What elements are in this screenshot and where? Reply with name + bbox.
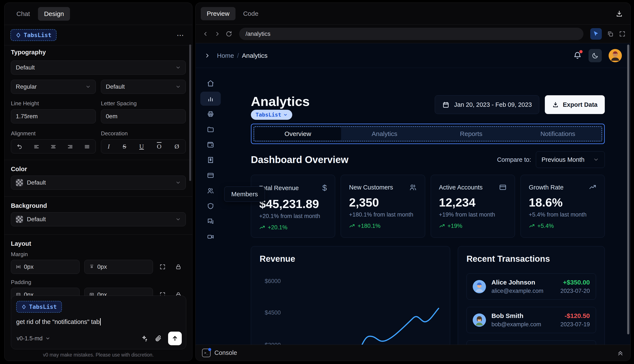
badge-label: TabsList — [255, 112, 281, 118]
tab-notifications[interactable]: Notifications — [515, 127, 601, 140]
inspect-cursor-button[interactable] — [590, 28, 602, 40]
receipt-icon — [207, 156, 214, 164]
rail-item-home[interactable] — [200, 76, 221, 90]
user-avatar[interactable] — [609, 49, 622, 62]
revenue-line-chart — [251, 246, 450, 344]
font-family-select[interactable]: Default — [11, 60, 186, 74]
line-height-label: Line Height — [11, 100, 96, 107]
transaction-amount: +$350.00 — [560, 279, 590, 286]
forward-icon[interactable] — [214, 31, 220, 37]
left-panel-scrollbar[interactable] — [189, 44, 191, 181]
copy-icon[interactable] — [607, 30, 614, 37]
letter-spacing-input[interactable]: 0em — [101, 109, 186, 124]
notifications-button[interactable] — [573, 51, 582, 60]
rail-item-cards[interactable] — [200, 168, 221, 182]
compare-value: Previous Month — [542, 156, 585, 163]
rail-item-messages[interactable] — [200, 214, 221, 228]
back-icon[interactable] — [202, 31, 209, 37]
model-selector[interactable]: v0-1.5-md — [17, 335, 50, 342]
stat-label: Active Accounts — [439, 184, 483, 191]
url-input[interactable]: /analytics — [239, 28, 583, 40]
fullscreen-icon[interactable] — [619, 30, 626, 37]
preview-scrollbar[interactable] — [627, 44, 629, 334]
refresh-icon[interactable] — [225, 30, 232, 37]
overline-icon[interactable]: O — [157, 143, 161, 150]
preview-panel: Preview Code /analytics Home / Analytics — [195, 2, 630, 361]
transaction-row[interactable]: Bob Smith bob@example.com -$120.50 2023-… — [467, 307, 596, 333]
cursor-icon — [593, 31, 599, 37]
more-options-button[interactable]: ⋯ — [177, 31, 185, 40]
tab-overview[interactable]: Overview — [254, 127, 341, 140]
disclaimer-text: v0 may make mistakes. Please use with di… — [5, 352, 192, 358]
transaction-row[interactable]: Alice Johnson alice@example.com +$350.00… — [467, 274, 596, 300]
rail-item-receipts[interactable] — [200, 153, 221, 167]
expand-icon[interactable] — [159, 264, 166, 270]
rail-item-files[interactable] — [200, 122, 221, 136]
send-button[interactable] — [168, 332, 182, 345]
font-family-value: Default — [16, 64, 35, 71]
rail-item-wallet[interactable] — [200, 138, 221, 152]
tab-design[interactable]: Design — [38, 7, 70, 21]
margin-x-input[interactable]: 0px — [11, 260, 80, 274]
align-center-icon[interactable] — [50, 144, 56, 150]
underline-icon[interactable]: U — [139, 143, 144, 150]
paperclip-icon[interactable] — [154, 335, 162, 342]
undo-icon[interactable] — [17, 144, 23, 150]
strikethrough-icon[interactable]: S — [123, 143, 126, 150]
tab-reports[interactable]: Reports — [428, 127, 515, 140]
margin-y-input[interactable]: 0px — [84, 260, 153, 274]
compare-select[interactable]: Previous Month — [536, 151, 605, 168]
stat-trend-value: +180.1% — [358, 223, 380, 229]
rail-item-video[interactable] — [200, 230, 221, 244]
no-decoration-icon[interactable]: Ø — [174, 143, 179, 150]
rail-item-analytics[interactable] — [200, 92, 221, 106]
tab-analytics[interactable]: Analytics — [341, 127, 428, 140]
trending-up-icon — [589, 184, 596, 191]
align-left-icon[interactable] — [34, 144, 40, 150]
avatar-image — [473, 314, 486, 327]
composer-component-chip[interactable]: TabsList — [16, 301, 62, 313]
align-justify-icon[interactable] — [84, 144, 90, 150]
selected-component-badge[interactable]: TabsList — [251, 110, 292, 120]
export-data-button[interactable]: Export Data — [545, 95, 605, 114]
margin-vertical-icon — [89, 264, 94, 270]
tab-code[interactable]: Code — [237, 7, 264, 20]
transaction-name: Bob Smith — [491, 312, 541, 320]
align-right-icon[interactable] — [67, 144, 73, 150]
composer-chip-label: TabsList — [29, 304, 57, 310]
trend-up-icon — [259, 224, 265, 230]
background-select[interactable]: Default — [11, 212, 186, 226]
date-range-picker[interactable]: Jan 20, 2023 - Feb 09, 2023 — [435, 95, 539, 114]
moon-icon — [592, 52, 598, 59]
rail-item-members[interactable] — [200, 184, 221, 198]
download-icon[interactable] — [615, 10, 623, 18]
design-controls: Typography Default Regular Default Line … — [5, 46, 192, 302]
font-size-select[interactable]: Default — [101, 80, 186, 94]
color-select[interactable]: Default — [11, 176, 186, 190]
tab-preview[interactable]: Preview — [201, 7, 235, 20]
lock-icon[interactable] — [175, 264, 182, 270]
avatar-image — [473, 280, 486, 293]
selected-component-chip[interactable]: TabsList — [11, 29, 57, 41]
font-weight-select[interactable]: Regular — [11, 80, 96, 94]
sparkles-icon[interactable] — [141, 335, 148, 342]
stat-value: 2,350 — [349, 196, 417, 209]
sidebar-toggle-icon[interactable] — [204, 52, 211, 59]
tab-chat[interactable]: Chat — [11, 7, 36, 21]
transaction-name: Alice Johnson — [491, 279, 543, 286]
italic-icon[interactable]: I — [108, 143, 110, 150]
console-bar[interactable]: >_ Console — [196, 344, 630, 361]
breadcrumb-home[interactable]: Home — [217, 52, 234, 59]
prompt-composer[interactable]: TabsList get rid of the "notifications" … — [11, 296, 186, 349]
chevrons-up-icon[interactable] — [617, 349, 624, 356]
rail-item-invoices[interactable] — [200, 107, 221, 121]
font-weight-value: Regular — [16, 83, 37, 90]
letter-spacing-label: Letter Spacing — [101, 100, 186, 107]
stat-card-growth-rate: Growth Rate 18.6% +5.4% from last month … — [520, 175, 605, 238]
theme-toggle-button[interactable] — [588, 49, 602, 62]
rail-item-security[interactable] — [200, 199, 221, 213]
stat-card-new-customers: New Customers 2,350 +180.1% from last mo… — [341, 175, 425, 238]
stat-card-active-accounts: Active Accounts 12,234 +19% from last mo… — [431, 175, 515, 238]
composer-input[interactable]: get rid of the "notifications" tab — [16, 318, 100, 326]
line-height-input[interactable]: 1.75rem — [11, 109, 96, 124]
